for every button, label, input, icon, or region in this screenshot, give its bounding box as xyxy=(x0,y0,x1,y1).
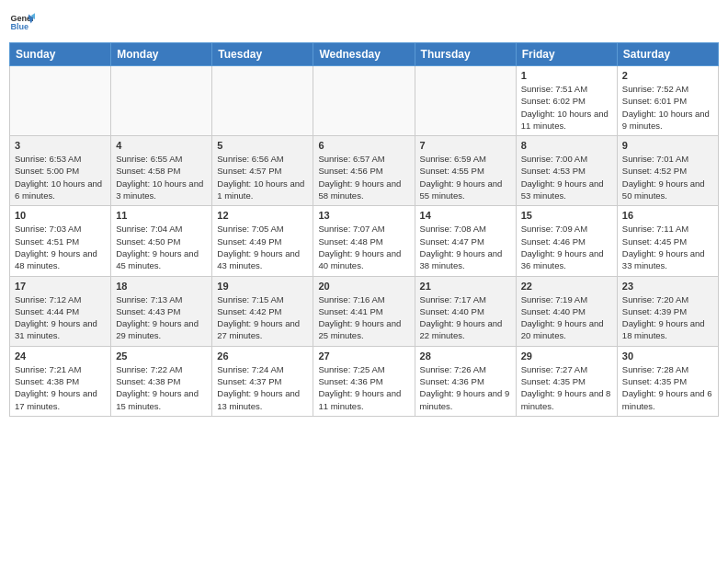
day-number: 26 xyxy=(217,350,308,362)
day-info: Sunrise: 7:27 AM Sunset: 4:35 PM Dayligh… xyxy=(521,363,612,412)
day-info: Sunrise: 7:11 AM Sunset: 4:45 PM Dayligh… xyxy=(622,223,713,271)
calendar-cell: 29Sunrise: 7:27 AM Sunset: 4:35 PM Dayli… xyxy=(516,346,617,416)
day-number: 13 xyxy=(318,210,409,221)
day-info: Sunrise: 6:55 AM Sunset: 4:58 PM Dayligh… xyxy=(116,153,207,201)
day-info: Sunrise: 7:15 AM Sunset: 4:42 PM Dayligh… xyxy=(217,293,308,342)
calendar-table: SundayMondayTuesdayWednesdayThursdayFrid… xyxy=(9,42,719,417)
day-number: 30 xyxy=(622,350,713,362)
day-number: 3 xyxy=(15,140,106,151)
calendar-week-row: 1Sunrise: 7:51 AM Sunset: 6:02 PM Daylig… xyxy=(10,66,719,136)
day-info: Sunrise: 7:05 AM Sunset: 4:49 PM Dayligh… xyxy=(217,223,308,271)
calendar-cell: 17Sunrise: 7:12 AM Sunset: 4:44 PM Dayli… xyxy=(10,276,111,346)
calendar-cell: 6Sunrise: 6:57 AM Sunset: 4:56 PM Daylig… xyxy=(313,136,415,206)
day-info: Sunrise: 6:53 AM Sunset: 5:00 PM Dayligh… xyxy=(15,153,106,201)
calendar-header-sunday: Sunday xyxy=(10,43,111,66)
day-number: 27 xyxy=(318,350,409,362)
calendar-cell xyxy=(313,66,415,136)
day-number: 2 xyxy=(622,70,713,81)
day-number: 10 xyxy=(15,210,106,221)
calendar-cell: 7Sunrise: 6:59 AM Sunset: 4:55 PM Daylig… xyxy=(415,136,516,206)
day-info: Sunrise: 7:25 AM Sunset: 4:36 PM Dayligh… xyxy=(318,363,409,412)
day-number: 9 xyxy=(622,140,713,151)
calendar-cell xyxy=(415,66,516,136)
day-number: 28 xyxy=(420,350,511,362)
day-number: 19 xyxy=(217,281,308,292)
calendar-cell: 25Sunrise: 7:22 AM Sunset: 4:38 PM Dayli… xyxy=(111,346,212,416)
day-number: 23 xyxy=(622,281,713,292)
day-info: Sunrise: 7:08 AM Sunset: 4:47 PM Dayligh… xyxy=(420,223,511,271)
day-number: 29 xyxy=(521,350,612,362)
calendar-cell: 20Sunrise: 7:16 AM Sunset: 4:41 PM Dayli… xyxy=(313,276,415,346)
day-info: Sunrise: 7:28 AM Sunset: 4:35 PM Dayligh… xyxy=(622,363,713,412)
logo: General Blue xyxy=(9,9,39,35)
day-number: 24 xyxy=(15,350,106,362)
calendar-cell: 24Sunrise: 7:21 AM Sunset: 4:38 PM Dayli… xyxy=(10,346,111,416)
day-info: Sunrise: 7:51 AM Sunset: 6:02 PM Dayligh… xyxy=(521,83,612,132)
calendar-week-row: 10Sunrise: 7:03 AM Sunset: 4:51 PM Dayli… xyxy=(10,206,719,276)
calendar-cell: 9Sunrise: 7:01 AM Sunset: 4:52 PM Daylig… xyxy=(617,136,718,206)
calendar-week-row: 3Sunrise: 6:53 AM Sunset: 5:00 PM Daylig… xyxy=(10,136,719,206)
calendar-header-saturday: Saturday xyxy=(617,43,718,66)
day-info: Sunrise: 7:12 AM Sunset: 4:44 PM Dayligh… xyxy=(15,293,106,342)
day-info: Sunrise: 7:03 AM Sunset: 4:51 PM Dayligh… xyxy=(15,223,106,271)
calendar-cell: 27Sunrise: 7:25 AM Sunset: 4:36 PM Dayli… xyxy=(313,346,415,416)
day-info: Sunrise: 7:24 AM Sunset: 4:37 PM Dayligh… xyxy=(217,363,308,412)
day-info: Sunrise: 6:56 AM Sunset: 4:57 PM Dayligh… xyxy=(217,153,308,201)
day-number: 5 xyxy=(217,140,308,151)
calendar-cell: 22Sunrise: 7:19 AM Sunset: 4:40 PM Dayli… xyxy=(516,276,617,346)
day-number: 11 xyxy=(116,210,207,221)
calendar-cell: 8Sunrise: 7:00 AM Sunset: 4:53 PM Daylig… xyxy=(516,136,617,206)
calendar-cell: 18Sunrise: 7:13 AM Sunset: 4:43 PM Dayli… xyxy=(111,276,212,346)
day-info: Sunrise: 7:07 AM Sunset: 4:48 PM Dayligh… xyxy=(318,223,409,271)
day-number: 6 xyxy=(318,140,409,151)
page-header: General Blue xyxy=(9,9,719,35)
logo-icon: General Blue xyxy=(9,9,35,35)
calendar-header-monday: Monday xyxy=(111,43,212,66)
calendar-cell xyxy=(111,66,212,136)
calendar-cell: 14Sunrise: 7:08 AM Sunset: 4:47 PM Dayli… xyxy=(415,206,516,276)
day-info: Sunrise: 6:57 AM Sunset: 4:56 PM Dayligh… xyxy=(318,153,409,201)
day-number: 20 xyxy=(318,281,409,292)
calendar-week-row: 24Sunrise: 7:21 AM Sunset: 4:38 PM Dayli… xyxy=(10,346,719,416)
calendar-header-wednesday: Wednesday xyxy=(313,43,415,66)
day-info: Sunrise: 7:13 AM Sunset: 4:43 PM Dayligh… xyxy=(116,293,207,342)
calendar-header-row: SundayMondayTuesdayWednesdayThursdayFrid… xyxy=(10,43,719,66)
day-info: Sunrise: 7:01 AM Sunset: 4:52 PM Dayligh… xyxy=(622,153,713,201)
day-info: Sunrise: 7:04 AM Sunset: 4:50 PM Dayligh… xyxy=(116,223,207,271)
calendar-cell: 1Sunrise: 7:51 AM Sunset: 6:02 PM Daylig… xyxy=(516,66,617,136)
calendar-cell xyxy=(10,66,111,136)
calendar-cell: 2Sunrise: 7:52 AM Sunset: 6:01 PM Daylig… xyxy=(617,66,718,136)
day-info: Sunrise: 7:16 AM Sunset: 4:41 PM Dayligh… xyxy=(318,293,409,342)
svg-text:Blue: Blue xyxy=(10,22,28,31)
calendar-cell: 26Sunrise: 7:24 AM Sunset: 4:37 PM Dayli… xyxy=(212,346,313,416)
calendar-cell: 3Sunrise: 6:53 AM Sunset: 5:00 PM Daylig… xyxy=(10,136,111,206)
day-number: 25 xyxy=(116,350,207,362)
calendar-header-friday: Friday xyxy=(516,43,617,66)
day-info: Sunrise: 7:21 AM Sunset: 4:38 PM Dayligh… xyxy=(15,363,106,412)
day-info: Sunrise: 7:52 AM Sunset: 6:01 PM Dayligh… xyxy=(622,83,713,132)
calendar-cell: 12Sunrise: 7:05 AM Sunset: 4:49 PM Dayli… xyxy=(212,206,313,276)
day-number: 12 xyxy=(217,210,308,221)
calendar-cell: 13Sunrise: 7:07 AM Sunset: 4:48 PM Dayli… xyxy=(313,206,415,276)
calendar-cell: 4Sunrise: 6:55 AM Sunset: 4:58 PM Daylig… xyxy=(111,136,212,206)
day-number: 18 xyxy=(116,281,207,292)
calendar-header-tuesday: Tuesday xyxy=(212,43,313,66)
day-info: Sunrise: 6:59 AM Sunset: 4:55 PM Dayligh… xyxy=(420,153,511,201)
day-number: 14 xyxy=(420,210,511,221)
calendar-cell: 21Sunrise: 7:17 AM Sunset: 4:40 PM Dayli… xyxy=(415,276,516,346)
calendar-cell xyxy=(212,66,313,136)
calendar-cell: 10Sunrise: 7:03 AM Sunset: 4:51 PM Dayli… xyxy=(10,206,111,276)
day-info: Sunrise: 7:19 AM Sunset: 4:40 PM Dayligh… xyxy=(521,293,612,342)
calendar-cell: 5Sunrise: 6:56 AM Sunset: 4:57 PM Daylig… xyxy=(212,136,313,206)
day-number: 4 xyxy=(116,140,207,151)
calendar-week-row: 17Sunrise: 7:12 AM Sunset: 4:44 PM Dayli… xyxy=(10,276,719,346)
day-info: Sunrise: 7:09 AM Sunset: 4:46 PM Dayligh… xyxy=(521,223,612,271)
day-info: Sunrise: 7:20 AM Sunset: 4:39 PM Dayligh… xyxy=(622,293,713,342)
calendar-cell: 30Sunrise: 7:28 AM Sunset: 4:35 PM Dayli… xyxy=(617,346,718,416)
day-info: Sunrise: 7:26 AM Sunset: 4:36 PM Dayligh… xyxy=(420,363,511,412)
day-info: Sunrise: 7:00 AM Sunset: 4:53 PM Dayligh… xyxy=(521,153,612,201)
calendar-cell: 11Sunrise: 7:04 AM Sunset: 4:50 PM Dayli… xyxy=(111,206,212,276)
calendar-header-thursday: Thursday xyxy=(415,43,516,66)
day-number: 16 xyxy=(622,210,713,221)
day-info: Sunrise: 7:17 AM Sunset: 4:40 PM Dayligh… xyxy=(420,293,511,342)
